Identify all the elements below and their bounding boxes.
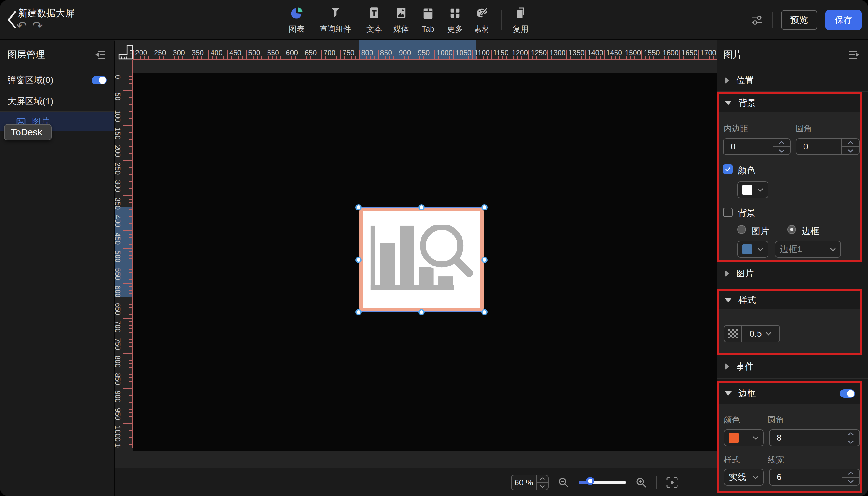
step-down-icon[interactable] [773,147,790,155]
toolbar-item-Tab[interactable]: Tab [415,7,442,33]
popup-area-toggle[interactable] [92,76,107,84]
selected-image-element[interactable] [359,207,484,312]
sidebar-item-popup-area[interactable]: 弹窗区域(0) [0,69,114,91]
fit-screen-icon[interactable] [666,476,679,489]
undo-icon[interactable]: ↶ [16,19,27,32]
screen-area-label: 大屏区域(1) [7,95,53,107]
collapse-right-icon[interactable] [849,50,860,59]
ruler-tick [419,56,420,59]
ruler-label: 300 [173,49,185,57]
border-bg-color-picker[interactable] [737,241,768,258]
section-border-header[interactable]: 边框 [719,383,861,404]
radius-input[interactable]: 0 [796,138,859,155]
step-up-icon[interactable] [773,139,790,147]
padding-input[interactable]: 0 [723,138,791,155]
background-checkbox[interactable] [723,208,732,217]
ruler-tick [129,192,132,192]
radius-stepper[interactable] [841,139,859,155]
toolbar-item-更多[interactable]: 更多 [442,6,468,34]
zoom-slider-thumb[interactable] [586,477,594,485]
section-style-header[interactable]: 样式 [719,291,861,309]
ruler-tick [525,56,526,59]
ruler-tick [148,56,149,59]
opacity-control[interactable]: 0.5 [724,325,780,342]
ruler-tick [129,83,132,84]
border-radius-stepper[interactable] [842,430,859,446]
section-event[interactable]: 事件 [717,355,868,379]
toolbar-item-媒体[interactable]: 媒体 [388,6,415,34]
fill-color-picker[interactable] [737,181,768,198]
radio-image[interactable] [737,225,746,234]
ruler-tick [129,150,132,151]
toolbar-item-复用[interactable]: 复用 [507,6,534,34]
step-down-icon[interactable] [842,478,859,485]
ruler-tick [123,406,132,406]
section-image[interactable]: 图片 [717,262,868,286]
section-position[interactable]: 位置 [717,69,868,92]
resize-handle-e[interactable] [481,257,488,263]
ruler-tick [123,423,132,424]
resize-handle-w[interactable] [355,257,362,263]
ruler-tick [333,56,333,59]
resize-handle-sw[interactable] [355,309,362,315]
resize-handle-ne[interactable] [481,204,488,211]
ruler-label: 1050 [455,49,471,57]
border-style-select[interactable]: 边框1 [775,241,841,258]
zoom-percent-stepper[interactable] [536,475,548,490]
resize-handle-s[interactable] [418,309,425,315]
border-color-picker[interactable] [724,429,764,446]
ruler-tick [675,56,676,59]
color-checkbox[interactable] [723,165,732,174]
step-up-icon[interactable] [842,430,859,438]
save-button[interactable]: 保存 [825,10,862,30]
toolbar-group-separator [354,10,355,30]
resize-handle-nw[interactable] [355,204,362,211]
sidebar-item-screen-area[interactable]: 大屏区域(1) [0,91,114,112]
radio-border[interactable] [787,225,796,234]
border-radius-input[interactable]: 8 [769,429,860,446]
section-background-header[interactable]: 背景 [719,94,861,112]
ruler-tick [472,50,473,59]
ruler-tick [129,357,132,357]
zoom-percent-input[interactable]: 60 % [511,475,549,490]
step-up-icon[interactable] [842,139,859,147]
redo-icon[interactable]: ↷ [32,19,43,32]
zoom-in-icon[interactable] [635,476,648,489]
preview-button[interactable]: 预览 [781,10,817,30]
resize-handle-se[interactable] [481,309,488,315]
opacity-dropdown[interactable]: 0.5 [742,326,779,342]
resize-handle-n[interactable] [418,204,425,211]
border-width-stepper[interactable] [842,469,859,485]
ruler-tick [400,56,401,59]
ruler-tick [123,73,132,73]
zoom-step-down-icon[interactable] [537,483,548,490]
ruler-tick [630,56,631,59]
zoom-out-icon[interactable] [557,476,570,489]
toolbar-item-文本[interactable]: 文本 [361,6,388,34]
toolbar-item-素材[interactable]: 素材 [468,6,495,34]
border-toggle[interactable] [840,389,855,398]
step-down-icon[interactable] [842,438,859,446]
ruler-tick [461,56,461,59]
ruler-tick [619,56,620,59]
padding-stepper[interactable] [773,139,790,155]
zoom-step-up-icon[interactable] [537,475,548,483]
ruler-tick [129,220,132,220]
ruler-tick [129,199,132,200]
ruler-tick [129,290,132,291]
ruler-tick [197,56,198,59]
ruler-tick [123,230,132,231]
toolbar-item-图表[interactable]: 图表 [283,6,310,34]
toolbar-item-查询组件[interactable]: 查询组件 [322,6,349,34]
zoom-slider[interactable] [579,481,626,484]
canvas-area[interactable]: 2002503003504004505005506006507007508008… [115,40,717,496]
step-down-icon[interactable] [842,147,859,155]
border-line-style-select[interactable]: 实线 [724,469,764,486]
ruler-tick [129,434,132,434]
settings-sliders-icon[interactable] [750,13,764,27]
border-width-input[interactable]: 6 [769,469,860,486]
step-up-icon[interactable] [842,469,859,478]
collapse-left-icon[interactable] [95,50,105,59]
ruler-tick [363,56,363,59]
toolbar-item-label: 复用 [513,24,529,34]
